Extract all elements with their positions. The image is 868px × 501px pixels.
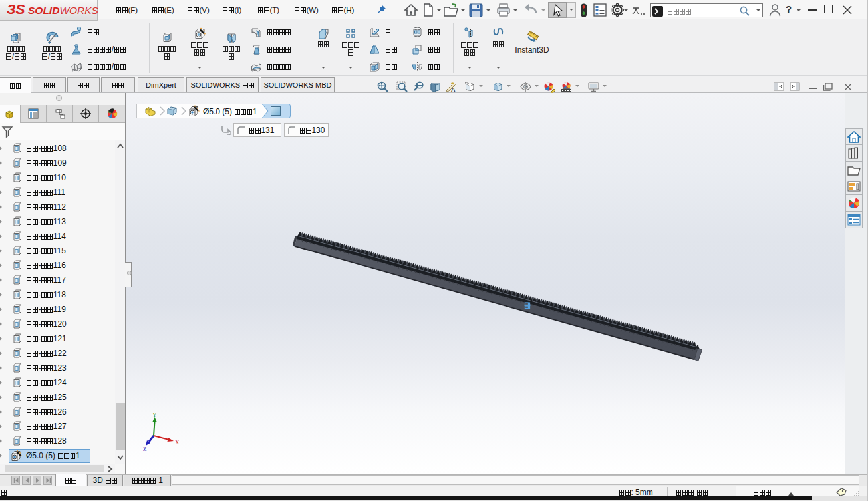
svg-text:X: X [175,439,180,446]
svg-text:Y: Y [152,411,157,418]
svg-text:Z: Z [143,446,147,452]
svg-text:A: A [451,86,456,93]
